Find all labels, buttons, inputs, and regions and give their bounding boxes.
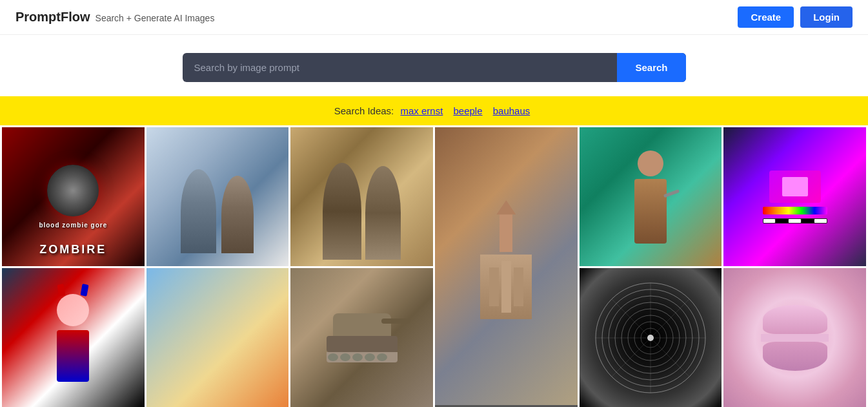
gallery-item-11[interactable] (723, 268, 866, 407)
search-bar: Search (183, 53, 686, 82)
idea-link-bauhaus[interactable]: bauhaus (493, 105, 530, 116)
gallery-item-1[interactable]: blood zombie gore ZOMBIRE (2, 127, 145, 266)
ideas-label: Search Ideas: (334, 105, 394, 116)
search-button[interactable]: Search (617, 53, 685, 82)
tagline: Search + Generate AI Images (96, 13, 215, 23)
gallery-item-2[interactable] (146, 127, 289, 266)
gallery-item-4[interactable] (435, 127, 578, 407)
gallery-item-3[interactable] (290, 127, 433, 266)
logo: PromptFlow (15, 10, 90, 25)
gallery-item-8[interactable] (146, 268, 289, 407)
create-button[interactable]: Create (738, 6, 794, 28)
header: PromptFlow Search + Generate AI Images C… (0, 0, 868, 35)
gallery-item-7[interactable] (2, 268, 145, 407)
gallery-item-10[interactable] (580, 268, 722, 407)
header-right: Create Login (738, 6, 853, 28)
gallery-item-6[interactable] (723, 127, 866, 266)
gallery: blood zombie gore ZOMBIRE (0, 125, 868, 407)
gallery-item-5[interactable] (580, 127, 722, 266)
ideas-banner: Search Ideas: max ernst beeple bauhaus (0, 96, 868, 125)
idea-link-beeple[interactable]: beeple (453, 105, 482, 116)
search-section: Search (0, 35, 868, 96)
idea-link-max-ernst[interactable]: max ernst (400, 105, 443, 116)
header-left: PromptFlow Search + Generate AI Images (15, 10, 214, 25)
search-input[interactable] (183, 53, 618, 82)
gallery-item-9[interactable] (290, 268, 433, 407)
login-button[interactable]: Login (800, 6, 853, 28)
